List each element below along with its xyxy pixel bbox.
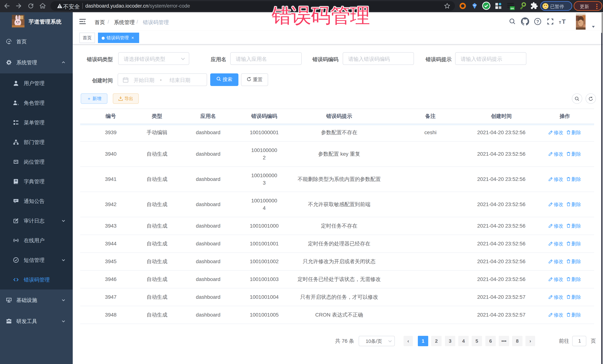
svg-text:т: т bbox=[559, 19, 561, 25]
svg-text:?: ? bbox=[536, 19, 539, 24]
svg-text:on: on bbox=[510, 7, 514, 10]
svg-text:T: T bbox=[562, 18, 566, 25]
